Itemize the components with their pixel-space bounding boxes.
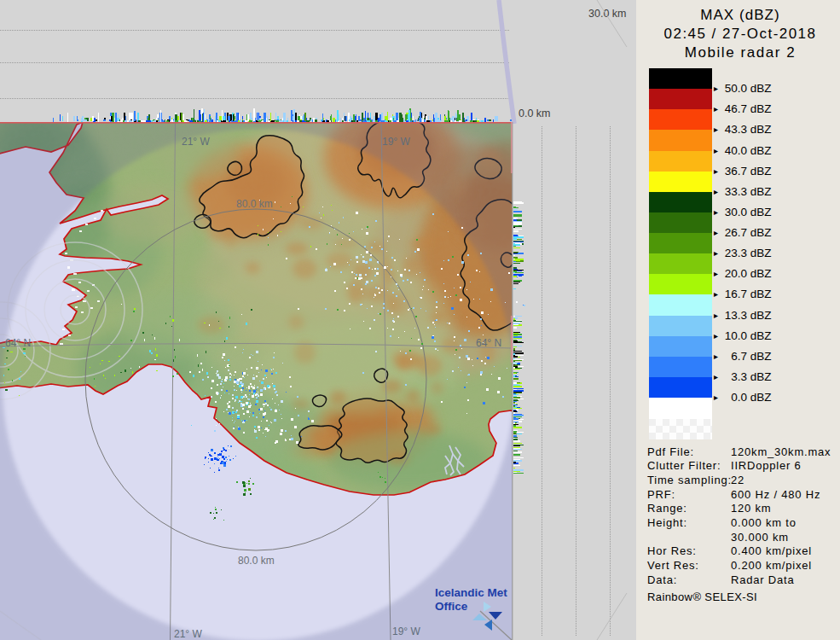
svg-text:19° W: 19° W	[392, 625, 420, 637]
svg-text:Icelandic Met: Icelandic Met	[435, 586, 507, 599]
svg-text:21° W: 21° W	[174, 628, 202, 640]
svg-text:80.0 km: 80.0 km	[238, 555, 275, 567]
svg-text:Office: Office	[435, 600, 468, 613]
svg-text:64° N: 64° N	[476, 337, 501, 349]
svg-text:21° W: 21° W	[182, 136, 210, 148]
svg-text:64° N: 64° N	[5, 337, 31, 349]
svg-text:80.0 km: 80.0 km	[236, 198, 273, 210]
svg-text:19° W: 19° W	[382, 136, 410, 148]
